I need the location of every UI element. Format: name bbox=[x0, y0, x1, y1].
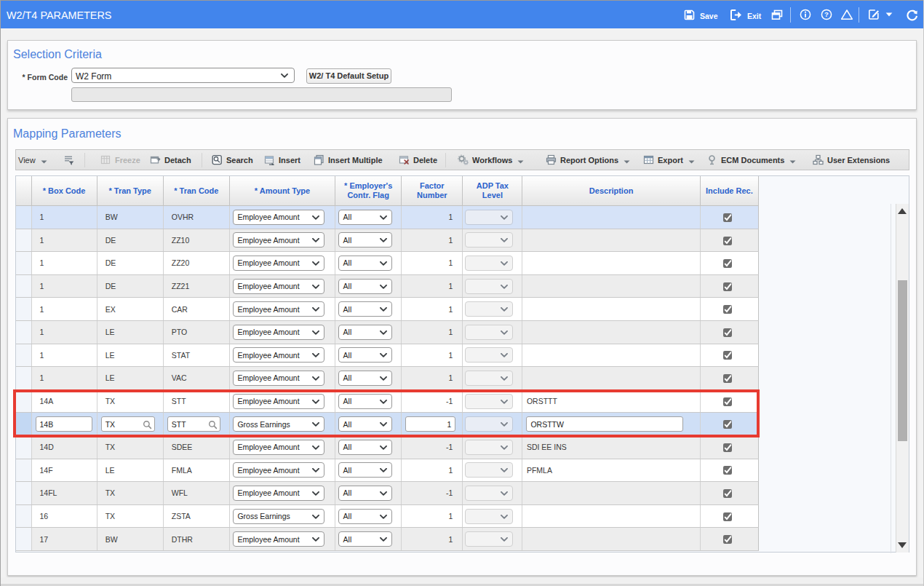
svg-text:?: ? bbox=[824, 10, 829, 18]
